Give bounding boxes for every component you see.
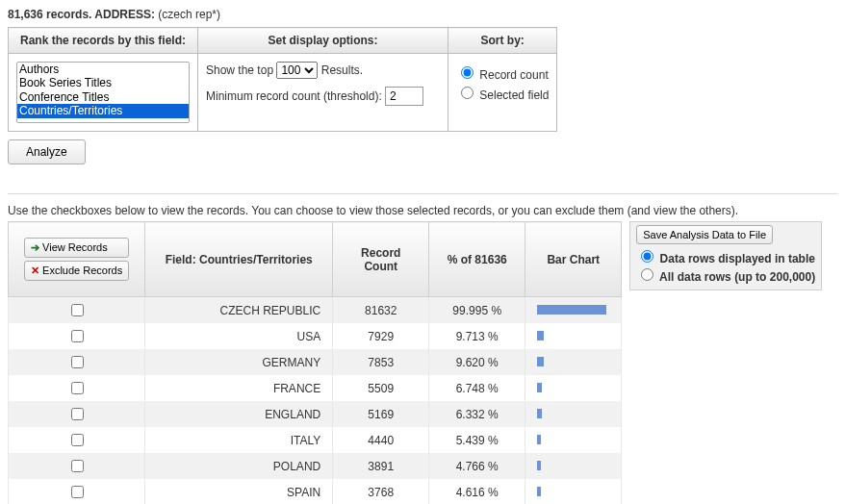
row-count: 4440 <box>333 427 429 453</box>
row-pct: 4.616 % <box>429 479 525 504</box>
row-pct: 6.748 % <box>429 375 525 401</box>
row-field: CZECH REPUBLIC <box>145 297 333 324</box>
row-count: 7853 <box>333 349 429 375</box>
show-top-pre: Show the top <box>206 63 273 77</box>
row-field: GERMANY <box>145 349 333 375</box>
row-field: USA <box>145 323 333 349</box>
table-row: ENGLAND51696.332 % <box>9 401 622 427</box>
row-count: 5509 <box>333 375 429 401</box>
address-value: (czech rep*) <box>158 8 220 21</box>
row-count: 3891 <box>333 453 429 479</box>
row-count: 81632 <box>333 297 429 324</box>
table-row: ITALY44405.439 % <box>9 427 622 453</box>
row-count: 5169 <box>333 401 429 427</box>
action-column-header: ➔ View Records ✕ Exclude Records <box>9 222 145 297</box>
row-bar <box>525 297 622 324</box>
col-bar-header: Bar Chart <box>525 222 622 297</box>
rank-field-select[interactable]: Authors Book Series Titles Conference Ti… <box>16 62 190 123</box>
row-bar <box>525 479 622 504</box>
show-top-post: Results. <box>321 63 363 77</box>
row-bar <box>525 349 622 375</box>
row-pct: 5.439 % <box>429 427 525 453</box>
row-checkbox[interactable] <box>71 486 84 498</box>
rank-opt-countries[interactable]: Countries/Territories <box>17 104 189 117</box>
row-pct: 99.995 % <box>429 297 525 324</box>
col-count-header: Record Count <box>333 222 429 297</box>
instructions-text: Use the checkboxes below to view the rec… <box>8 204 837 217</box>
row-checkbox[interactable] <box>71 304 84 316</box>
results-table: ➔ View Records ✕ Exclude Records Field: … <box>8 221 622 504</box>
rank-opt-book-series[interactable]: Book Series Titles <box>17 76 189 89</box>
row-checkbox[interactable] <box>71 434 84 446</box>
save-opt-displayed-radio[interactable] <box>641 250 653 263</box>
save-panel: Save Analysis Data to File Data rows dis… <box>629 221 822 290</box>
records-label: records. <box>46 8 91 21</box>
save-opt-all-radio[interactable] <box>641 268 653 281</box>
sort-header: Sort by: <box>448 28 557 54</box>
row-count: 7929 <box>333 323 429 349</box>
row-pct: 4.766 % <box>429 453 525 479</box>
row-bar <box>525 323 622 349</box>
table-row: FRANCE55096.748 % <box>9 375 622 401</box>
row-field: SPAIN <box>145 479 333 504</box>
col-field-header: Field: Countries/Territories <box>145 222 333 297</box>
row-checkbox[interactable] <box>71 460 84 472</box>
row-bar <box>525 401 622 427</box>
x-icon: ✕ <box>31 265 39 276</box>
save-opt-all-label[interactable]: All data rows (up to 200,000) <box>636 265 815 284</box>
divider <box>8 193 837 194</box>
threshold-label: Minimum record count (threshold): <box>206 89 382 103</box>
row-checkbox[interactable] <box>71 408 84 420</box>
address-label: ADDRESS: <box>94 8 155 21</box>
row-pct: 6.332 % <box>429 401 525 427</box>
sort-selected-field-radio[interactable] <box>461 87 474 99</box>
table-row: POLAND38914.766 % <box>9 453 622 479</box>
analyze-button[interactable]: Analyze <box>8 139 86 164</box>
rank-header: Rank the records by this field: <box>9 28 198 54</box>
display-header: Set display options: <box>198 28 448 54</box>
rank-opt-conference[interactable]: Conference Titles <box>17 90 189 104</box>
row-pct: 9.713 % <box>429 323 525 349</box>
sort-record-count-label[interactable]: Record count <box>456 63 549 82</box>
row-field: ENGLAND <box>145 401 333 427</box>
row-count: 3768 <box>333 479 429 504</box>
threshold-input[interactable] <box>385 87 423 106</box>
row-bar <box>525 375 622 401</box>
row-bar <box>525 427 622 453</box>
table-row: SPAIN37684.616 % <box>9 479 622 504</box>
exclude-records-button[interactable]: ✕ Exclude Records <box>24 261 129 281</box>
show-top-select[interactable]: 100 <box>276 62 318 79</box>
options-panel: Rank the records by this field: Set disp… <box>8 27 557 132</box>
save-opt-displayed-label[interactable]: Data rows displayed in table <box>636 247 815 265</box>
row-field: ITALY <box>145 427 333 453</box>
table-row: CZECH REPUBLIC8163299.995 % <box>9 297 622 324</box>
table-row: GERMANY78539.620 % <box>9 349 622 375</box>
table-row: USA79299.713 % <box>9 323 622 349</box>
records-count: 81,636 <box>8 8 43 21</box>
sort-selected-field-label[interactable]: Selected field <box>456 84 549 102</box>
col-pct-header: % of 81636 <box>429 222 525 297</box>
row-pct: 9.620 % <box>429 349 525 375</box>
row-checkbox[interactable] <box>71 356 84 368</box>
summary-line: 81,636 records. ADDRESS: (czech rep*) <box>8 8 837 21</box>
row-field: POLAND <box>145 453 333 479</box>
arrow-right-icon: ➔ <box>31 241 39 253</box>
rank-opt-authors[interactable]: Authors <box>17 63 189 76</box>
row-bar <box>525 453 622 479</box>
view-records-button[interactable]: ➔ View Records <box>24 238 129 258</box>
row-checkbox[interactable] <box>71 382 84 394</box>
sort-record-count-radio[interactable] <box>461 66 474 79</box>
save-analysis-button[interactable]: Save Analysis Data to File <box>636 225 773 244</box>
row-field: FRANCE <box>145 375 333 401</box>
row-checkbox[interactable] <box>71 330 84 342</box>
